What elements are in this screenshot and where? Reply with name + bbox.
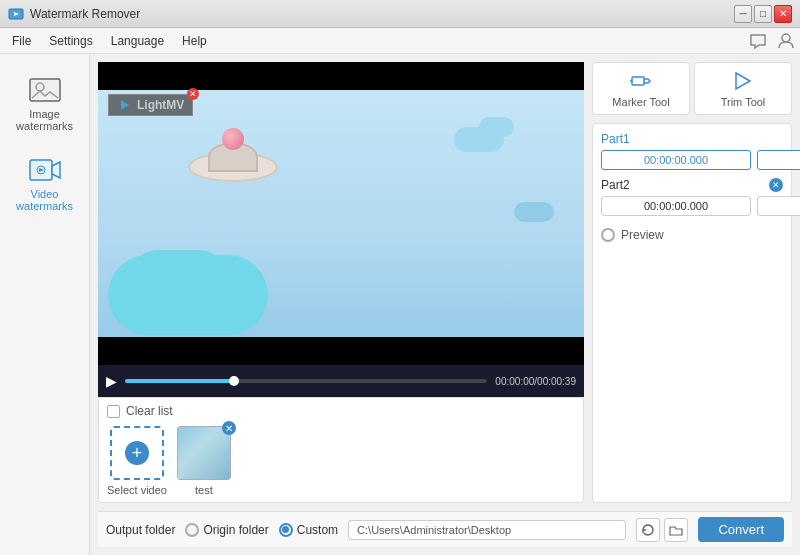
window-controls: ─ □ ✕ xyxy=(734,5,792,23)
custom-folder-label: Custom xyxy=(297,523,338,537)
svg-marker-10 xyxy=(736,73,750,89)
content-area: ✕ LightMV xyxy=(90,54,800,555)
trim-tool-button[interactable]: Trim Tool xyxy=(694,62,792,115)
menubar-actions xyxy=(748,31,796,51)
video-controls: ▶ 00:00:00/00:00:39 xyxy=(98,365,584,397)
folder-path-input[interactable] xyxy=(348,520,626,540)
part1-start-input[interactable] xyxy=(601,150,751,170)
video-thumbnail[interactable]: ✕ test xyxy=(177,426,231,496)
menu-file[interactable]: File xyxy=(4,31,39,51)
origin-folder-option[interactable]: Origin folder xyxy=(185,523,268,537)
chat-icon[interactable] xyxy=(748,31,768,51)
progress-bar[interactable] xyxy=(125,379,487,383)
sidebar: Image watermarks Video watermarks xyxy=(0,54,90,555)
thumbnail-image xyxy=(177,426,231,480)
svg-rect-8 xyxy=(632,77,644,85)
sidebar-image-label: Image watermarks xyxy=(9,108,81,132)
add-video-circle[interactable]: + xyxy=(110,426,164,480)
select-video-label: Select video xyxy=(107,484,167,496)
origin-radio[interactable] xyxy=(185,523,199,537)
close-btn[interactable]: ✕ xyxy=(774,5,792,23)
refresh-folder-btn[interactable] xyxy=(636,518,660,542)
part2-close-btn[interactable]: ✕ xyxy=(769,178,783,192)
app-icon xyxy=(8,6,24,22)
video-preview: ✕ LightMV xyxy=(98,62,584,365)
svg-rect-3 xyxy=(30,79,60,101)
thumbnail-remove-btn[interactable]: ✕ xyxy=(222,421,236,435)
part2-row: Part2 ✕ xyxy=(601,178,783,216)
video-panel-row: ✕ LightMV xyxy=(98,62,792,503)
file-section: Clear list + Select video ✕ xyxy=(98,397,584,503)
play-button[interactable]: ▶ xyxy=(106,373,117,389)
preview-row: Preview xyxy=(601,224,783,246)
progress-thumb xyxy=(229,376,239,386)
menu-language[interactable]: Language xyxy=(103,31,172,51)
app-title: Watermark Remover xyxy=(30,7,734,21)
folder-action-icons xyxy=(636,518,688,542)
ufo xyxy=(188,142,278,172)
part2-label: Part2 xyxy=(601,178,630,192)
time-display: 00:00:00/00:00:39 xyxy=(495,376,576,387)
video-background: ✕ LightMV xyxy=(98,62,584,365)
menu-settings[interactable]: Settings xyxy=(41,31,100,51)
part1-label: Part1 xyxy=(601,132,783,146)
minimize-btn[interactable]: ─ xyxy=(734,5,752,23)
watermark-overlay[interactable]: ✕ LightMV xyxy=(108,94,193,116)
part1-end-input[interactable] xyxy=(757,150,800,170)
preview-label: Preview xyxy=(621,228,664,242)
cloud-mid-right xyxy=(514,202,554,222)
progress-fill xyxy=(125,379,234,383)
svg-point-2 xyxy=(782,34,790,42)
file-list-header: Clear list xyxy=(107,404,575,418)
clear-checkbox[interactable] xyxy=(107,405,120,418)
tool-buttons: Marker Tool Trim Tool xyxy=(592,62,792,115)
output-bar: Output folder Origin folder Custom xyxy=(98,511,792,547)
clear-list-label[interactable]: Clear list xyxy=(126,404,173,418)
convert-button[interactable]: Convert xyxy=(698,517,784,542)
select-video-button[interactable]: + Select video xyxy=(107,426,167,496)
black-bar-top xyxy=(98,62,584,90)
watermark-box: LightMV xyxy=(108,94,193,116)
preview-checkbox[interactable] xyxy=(601,228,615,242)
cloud-top-right-2 xyxy=(479,117,514,137)
trim-tool-label: Trim Tool xyxy=(721,96,766,108)
video-section: ✕ LightMV xyxy=(98,62,584,503)
parts-panel: Part1 Part2 ✕ xyxy=(592,123,792,503)
part1-row: Part1 xyxy=(601,132,783,170)
add-icon: + xyxy=(125,441,149,465)
sidebar-item-video-watermarks[interactable]: Video watermarks xyxy=(5,144,85,220)
watermark-text: LightMV xyxy=(137,98,184,112)
watermark-close-btn[interactable]: ✕ xyxy=(187,88,199,100)
part2-start-input[interactable] xyxy=(601,196,751,216)
video-wrapper: ✕ LightMV xyxy=(98,62,584,365)
origin-folder-label: Origin folder xyxy=(203,523,268,537)
marker-tool-button[interactable]: Marker Tool xyxy=(592,62,690,115)
part2-end-input[interactable] xyxy=(757,196,800,216)
marker-tool-label: Marker Tool xyxy=(612,96,669,108)
svg-marker-7 xyxy=(121,100,129,110)
titlebar: Watermark Remover ─ □ ✕ xyxy=(0,0,800,28)
thumbnails-row: + Select video ✕ test xyxy=(107,426,575,496)
output-folder-label: Output folder xyxy=(106,523,175,537)
menubar: File Settings Language Help xyxy=(0,28,800,54)
thumbnail-name: test xyxy=(195,484,213,496)
cloud-bottom-left-2 xyxy=(128,250,228,310)
main-container: Image watermarks Video watermarks xyxy=(0,54,800,555)
part1-times xyxy=(601,150,783,170)
part2-times xyxy=(601,196,783,216)
menu-help[interactable]: Help xyxy=(174,31,215,51)
sidebar-video-label: Video watermarks xyxy=(9,188,81,212)
part2-label-row: Part2 ✕ xyxy=(601,178,783,192)
user-icon[interactable] xyxy=(776,31,796,51)
browse-folder-btn[interactable] xyxy=(664,518,688,542)
custom-radio[interactable] xyxy=(279,523,293,537)
maximize-btn[interactable]: □ xyxy=(754,5,772,23)
custom-folder-option[interactable]: Custom xyxy=(279,523,338,537)
sidebar-item-image-watermarks[interactable]: Image watermarks xyxy=(5,64,85,140)
black-bar-bottom xyxy=(98,337,584,365)
right-panel: Marker Tool Trim Tool Part1 xyxy=(592,62,792,503)
